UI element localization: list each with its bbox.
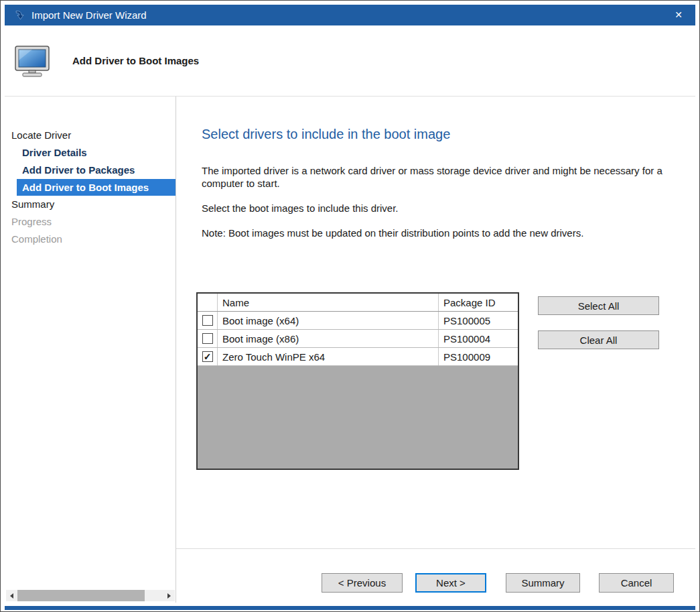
table-header-name: Name	[218, 294, 439, 311]
checkbox-cell	[198, 330, 218, 347]
clear-all-button[interactable]: Clear All	[538, 330, 659, 349]
wizard-header: Add Driver to Boot Images	[5, 25, 695, 97]
select-all-button[interactable]: Select All	[538, 296, 659, 315]
sidebar-horizontal-scrollbar[interactable]	[6, 590, 175, 601]
table-header-row: Name Package ID	[198, 294, 518, 312]
window-title: Import New Driver Wizard	[31, 9, 147, 21]
cancel-button[interactable]: Cancel	[599, 573, 674, 593]
checkbox-cell	[198, 312, 218, 329]
table-row[interactable]: Boot image (x86) PS100004	[198, 330, 518, 348]
wizard-steps-sidebar: Locate Driver Driver Details Add Driver …	[5, 97, 176, 603]
note-text: Note: Boot images must be updated on the…	[202, 227, 674, 239]
wizard-footer: < Previous Next > Summary Cancel	[176, 548, 695, 603]
row-checkbox[interactable]	[202, 315, 213, 326]
table-header-checkbox-column	[198, 294, 218, 311]
titlebar: Import New Driver Wizard ✕	[5, 5, 695, 25]
summary-button[interactable]: Summary	[506, 573, 580, 593]
checkbox-cell	[198, 348, 218, 365]
window-bottom-accent-border	[5, 606, 695, 610]
import-new-driver-wizard-window: Import New Driver Wizard ✕ Add Driver to…	[0, 0, 700, 612]
sidebar-item-completion: Completion	[5, 231, 176, 248]
sidebar-item-add-driver-to-packages: Add Driver to Packages	[5, 162, 176, 179]
sidebar-item-summary: Summary	[5, 196, 176, 213]
boot-image-name: Boot image (x86)	[218, 330, 439, 347]
computer-monitor-icon	[13, 45, 52, 77]
sidebar-item-add-driver-to-boot-images: Add Driver to Boot Images	[17, 179, 176, 196]
boot-images-section: Name Package ID Boot image (x64) PS10000…	[196, 292, 675, 470]
wizard-page-title: Add Driver to Boot Images	[72, 55, 199, 66]
table-header-package-id: Package ID	[439, 294, 518, 311]
row-checkbox[interactable]	[202, 333, 213, 344]
scrollbar-thumb[interactable]	[17, 590, 145, 601]
wizard-body: Locate Driver Driver Details Add Driver …	[5, 97, 695, 603]
scrollbar-left-arrow-button[interactable]	[6, 590, 17, 601]
sidebar-item-progress: Progress	[5, 213, 176, 231]
boot-image-name: Zero Touch WinPE x64	[218, 348, 439, 365]
scrollbar-right-arrow-button[interactable]	[163, 590, 175, 601]
boot-image-name: Boot image (x64)	[218, 312, 439, 329]
table-row[interactable]: Boot image (x64) PS100005	[198, 312, 518, 330]
package-id: PS100009	[439, 348, 518, 365]
next-button[interactable]: Next >	[415, 573, 486, 593]
sidebar-item-locate-driver: Locate Driver	[5, 127, 176, 144]
boot-images-table: Name Package ID Boot image (x64) PS10000…	[196, 292, 519, 470]
close-icon[interactable]: ✕	[669, 5, 689, 25]
table-row[interactable]: Zero Touch WinPE x64 PS100009	[198, 348, 518, 366]
right-arrow-icon	[167, 593, 171, 599]
row-checkbox[interactable]	[202, 351, 213, 362]
select-instruction-text: Select the boot images to include this d…	[202, 202, 674, 215]
wizard-content: Select drivers to include in the boot im…	[176, 97, 695, 603]
package-id: PS100005	[439, 312, 518, 329]
table-action-buttons: Select All Clear All	[538, 292, 659, 470]
left-arrow-icon	[10, 593, 13, 599]
package-id: PS100004	[439, 330, 518, 347]
intro-text: The imported driver is a network card dr…	[202, 164, 674, 190]
previous-button[interactable]: < Previous	[322, 573, 403, 593]
content-main: Select drivers to include in the boot im…	[176, 97, 695, 548]
page-heading: Select drivers to include in the boot im…	[202, 127, 675, 142]
wizard-icon	[14, 10, 25, 21]
sidebar-item-driver-details: Driver Details	[5, 144, 176, 162]
